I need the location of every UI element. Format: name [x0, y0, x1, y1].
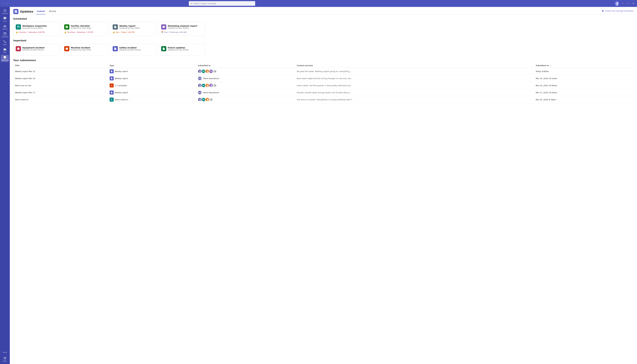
weekly-icon	[113, 24, 118, 30]
col-title[interactable]: Title	[13, 64, 108, 68]
sort-icon: ↓	[550, 65, 551, 66]
facility-title: Facility checklist	[71, 25, 91, 27]
safety-title: Safety incident	[119, 46, 141, 49]
col-preview[interactable]: Content preview	[295, 64, 534, 68]
avatars-cell: DF +2	[198, 98, 293, 102]
card-header-future: Future updates Assigned by Ray Tanaka	[161, 46, 202, 51]
type-icon	[110, 98, 114, 102]
search-icon	[191, 2, 192, 4]
card-facility[interactable]: Facility checklist Assigned by Kayo Miwa…	[62, 22, 108, 36]
submissions-table: Title Type Submitted to Content preview …	[13, 64, 633, 103]
type-cell: Weekly report	[110, 69, 194, 73]
table-row[interactable]: Weekly report Mar 31 Weekly report	[13, 68, 633, 75]
user-avatar[interactable]	[615, 1, 619, 6]
table-header: Title Type Submitted to Content preview …	[13, 64, 633, 68]
type-cell: Weekly report	[110, 76, 194, 80]
row-title: Store check-in	[13, 96, 108, 103]
card-marketing[interactable]: Marketing analysis report Assigned by Ra…	[159, 22, 205, 36]
table-row[interactable]: Store check-in Store check-in	[13, 96, 633, 103]
avatar	[198, 84, 202, 88]
facility-info: Facility checklist Assigned by Kayo Miwa	[71, 25, 91, 29]
overdue-icon: 🔔	[16, 31, 18, 33]
table-body: Weekly report Mar 31 Weekly report	[13, 68, 633, 103]
col-submitted-on[interactable]: Submitted on ↓	[534, 64, 633, 68]
table-row[interactable]: Weekly report Mar 17 Weekly report	[13, 89, 633, 96]
main-content: Updates Submit Review Create and manage …	[10, 7, 637, 364]
minimize-button[interactable]: —	[620, 2, 625, 5]
files-icon	[3, 48, 7, 51]
safety-info: Safety incident Assigned by Beth Davies	[119, 46, 141, 51]
forward-button[interactable]: ›	[5, 2, 8, 5]
card-workplace[interactable]: Workplace inspection Assigned by Kayo Mi…	[13, 22, 60, 36]
card-header-facility: Facility checklist Assigned by Kayo Miwa	[64, 24, 105, 30]
avatar-df: DF	[201, 69, 206, 73]
svg-point-22	[207, 99, 208, 100]
avatar-3	[205, 84, 209, 88]
svg-point-7	[207, 70, 208, 72]
back-button[interactable]: ‹	[2, 2, 5, 5]
teams-label: Teams	[3, 28, 8, 30]
calendar-due-icon: 📅	[161, 31, 163, 33]
manage-templates-button[interactable]: Create and manage templates	[602, 10, 633, 14]
marketing-status: 📅 Due • Tomorrow, 8:00 AM	[161, 31, 202, 33]
sidebar-item-apps[interactable]: Apps	[1, 356, 9, 363]
sidebar-item-updates[interactable]: Updates	[1, 55, 9, 62]
card-equipment[interactable]: Equipment incident Assigned by Beth Davi…	[13, 44, 60, 56]
svg-point-16	[211, 84, 212, 86]
weekly-info: Weekly report Assigned by Kayo Miwa	[119, 25, 140, 29]
workplace-icon	[16, 24, 21, 30]
equipment-assigned: Assigned by Beth Davies	[22, 49, 45, 51]
machine-icon	[64, 46, 69, 51]
chat-label: Chat	[3, 20, 7, 22]
sidebar-item-files[interactable]: Files	[1, 47, 9, 54]
svg-point-1	[616, 2, 618, 4]
tab-submit[interactable]: Submit	[36, 9, 46, 14]
sidebar-item-chat[interactable]: Chat	[1, 16, 9, 23]
content-area: Scheduled Workplace inspection Assigned …	[10, 14, 637, 106]
card-header-workplace: Workplace inspection Assigned by Kayo Mi…	[16, 24, 57, 30]
machine-title: Machine incident	[71, 46, 91, 49]
row-preview: Here's what I did this quarter. It was p…	[295, 82, 534, 89]
search-bar[interactable]	[189, 1, 255, 6]
tab-review[interactable]: Review	[49, 9, 57, 14]
weekly-status: 🔔 Due • Today, 5:00 PM	[113, 31, 154, 33]
card-future[interactable]: Future updates Assigned by Ray Tanaka	[159, 44, 205, 56]
sidebar-item-teams[interactable]: Teams	[1, 24, 9, 31]
svg-point-13	[207, 84, 208, 86]
close-button[interactable]: ✕	[631, 2, 635, 6]
facility-status: 🔔 Overdue • Yesterday, 1:30 PM	[64, 31, 105, 33]
machine-assigned: Assigned by Kayo Miwa	[71, 49, 91, 51]
avatar-2	[205, 69, 209, 73]
card-machine[interactable]: Machine incident Assigned by Kayo Miwa	[62, 44, 108, 56]
sidebar-item-calls[interactable]: Calls	[1, 39, 9, 46]
table-row[interactable]: Marie one on one 1:1 template	[13, 82, 633, 89]
search-input[interactable]	[194, 2, 253, 4]
row-type: Weekly report	[108, 68, 196, 75]
type-icon	[110, 90, 114, 94]
teams-icon	[3, 24, 7, 28]
sidebar-item-activity[interactable]: Activity	[1, 8, 9, 15]
row-submitted-to: DF +3	[196, 82, 295, 89]
type-icon	[110, 76, 114, 80]
sidebar-item-calendar[interactable]: Calendar	[1, 32, 9, 38]
activity-label: Activity	[2, 12, 8, 14]
scheduled-title: Scheduled	[13, 18, 633, 20]
card-safety[interactable]: Safety incident Assigned by Beth Davies	[110, 44, 156, 56]
table-row[interactable]: Weekly report Mar 24 Weekly report	[13, 75, 633, 82]
col-type[interactable]: Type	[108, 64, 196, 68]
workplace-assigned: Assigned by Kayo Miwa	[22, 27, 47, 29]
page-title: Updates	[20, 10, 33, 13]
updates-label: Updates	[2, 59, 8, 61]
sidebar-more[interactable]: •••	[2, 350, 8, 355]
avatar-mb2: MB	[198, 90, 202, 94]
avatars-cell: DF DS +4	[198, 69, 293, 73]
col-submitted-to[interactable]: Submitted to	[196, 64, 295, 68]
overdue-icon2: 🔔	[64, 31, 66, 33]
maximize-button[interactable]: □	[626, 2, 630, 5]
facility-icon	[64, 24, 69, 30]
avatar-4	[209, 84, 213, 88]
row-submitted-on: Mar 17, 2022 10:54am	[534, 89, 633, 96]
avatar	[198, 69, 202, 73]
card-weekly[interactable]: Weekly report Assigned by Kayo Miwa 🔔 Du…	[110, 22, 156, 36]
chat-icon	[3, 17, 7, 20]
